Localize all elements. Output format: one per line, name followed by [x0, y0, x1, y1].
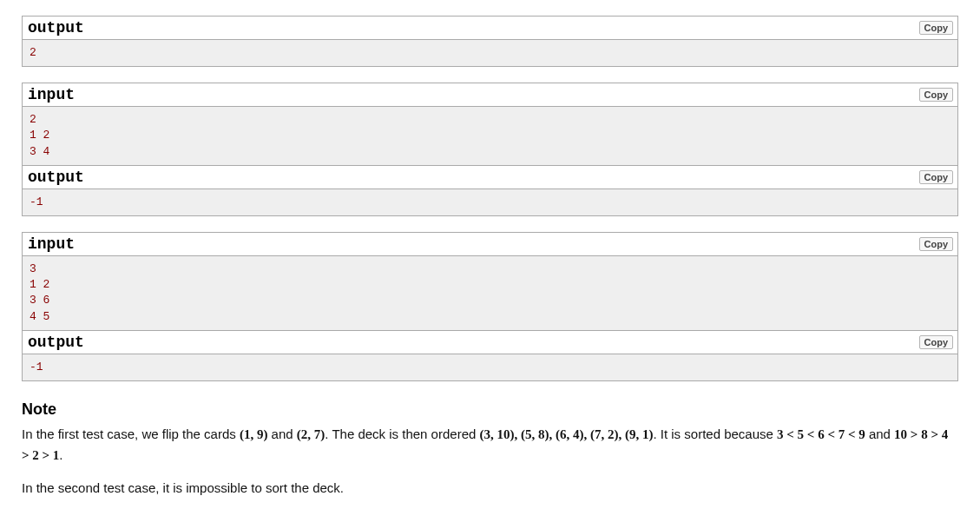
copy-button[interactable]: Copy	[919, 237, 954, 251]
note-body: In the first test case, we flip the card…	[22, 424, 958, 499]
io-block-output: output Copy -1	[22, 165, 958, 216]
io-block-input: input Copy 3 1 2 3 6 4 5	[22, 232, 958, 331]
text: .	[59, 447, 62, 462]
io-header: input Copy	[23, 83, 957, 107]
text: . It is sorted because	[653, 427, 777, 441]
io-title: input	[28, 86, 75, 103]
copy-button[interactable]: Copy	[919, 335, 954, 349]
io-content: -1	[23, 354, 957, 380]
io-content: -1	[23, 189, 957, 215]
text: . The deck is then ordered	[325, 427, 479, 441]
io-header: output Copy	[23, 331, 957, 354]
note-paragraph: In the second test case, it is impossibl…	[22, 478, 958, 498]
copy-button[interactable]: Copy	[919, 88, 954, 102]
io-content: 2 1 2 3 4	[23, 107, 957, 165]
io-block-input: input Copy 2 1 2 3 4	[22, 83, 958, 166]
io-header: input Copy	[23, 233, 957, 256]
io-content: 3 1 2 3 6 4 5	[23, 256, 957, 330]
math-expr: 3 < 5 < 6 < 7 < 9	[777, 427, 865, 441]
note-heading: Note	[22, 400, 958, 419]
math-expr: (1, 9)	[240, 427, 268, 441]
note-paragraph: In the first test case, we flip the card…	[22, 424, 958, 466]
io-title: output	[28, 334, 84, 351]
copy-button[interactable]: Copy	[919, 21, 954, 35]
io-header: output Copy	[23, 166, 957, 189]
text: In the first test case, we flip the card…	[22, 427, 240, 441]
io-block-output: output Copy 2	[22, 16, 958, 67]
math-expr: (3, 10), (5, 8), (6, 4), (7, 2), (9, 1)	[480, 427, 654, 441]
text: and	[267, 427, 296, 441]
text: and	[865, 427, 894, 441]
io-header: output Copy	[23, 17, 957, 40]
math-expr: (2, 7)	[297, 427, 326, 441]
io-title: input	[28, 235, 75, 253]
io-title: output	[28, 19, 84, 36]
io-title: output	[28, 169, 84, 186]
copy-button[interactable]: Copy	[919, 170, 954, 184]
io-block-output: output Copy -1	[22, 330, 958, 381]
io-content: 2	[23, 40, 957, 66]
